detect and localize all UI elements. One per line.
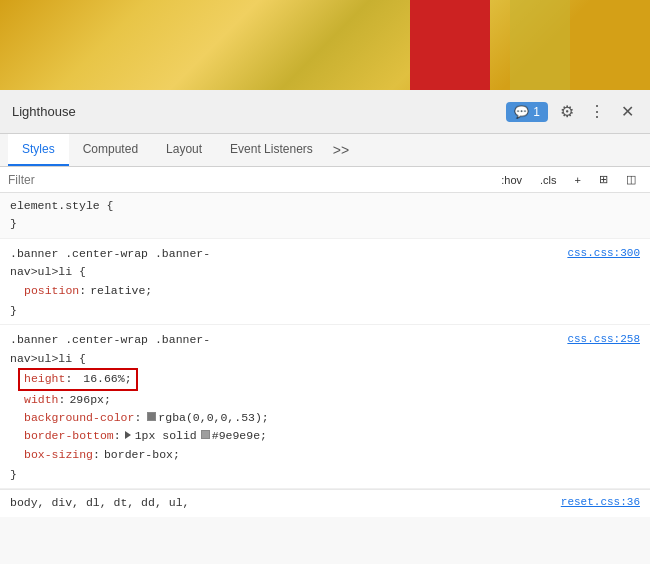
prop-height-value: 16.66%; — [83, 372, 131, 385]
title-bar-actions: 💬 1 ⚙ ⋮ ✕ — [506, 101, 638, 123]
chat-icon: 💬 — [514, 105, 529, 119]
settings-button[interactable]: ⚙ — [556, 101, 578, 123]
prop-position: position: relative; — [24, 282, 640, 300]
title-bar: Lighthouse 💬 1 ⚙ ⋮ ✕ — [0, 90, 650, 134]
devtools-panel: Lighthouse 💬 1 ⚙ ⋮ ✕ Styles Computed Lay… — [0, 90, 650, 517]
collapse-button[interactable]: ◫ — [620, 171, 642, 188]
tab-event-listeners[interactable]: Event Listeners — [216, 134, 327, 166]
filter-input[interactable] — [8, 173, 489, 187]
css-panel: element.style { } .banner .center-wrap .… — [0, 193, 650, 517]
prop-position-name: position — [24, 282, 79, 300]
rule-258-body: height: 16.66%; width: 296px; background… — [0, 368, 650, 466]
element-style-close-brace: } — [10, 217, 17, 230]
prop-height: height: 16.66%; — [24, 368, 640, 390]
element-style-rule: element.style { } — [0, 193, 650, 239]
cls-button[interactable]: .cls — [534, 172, 563, 188]
tab-styles[interactable]: Styles — [8, 134, 69, 166]
css-rule-258: .banner .center-wrap .banner-nav>ul>li {… — [0, 325, 650, 489]
tabs-row: Styles Computed Layout Event Listeners >… — [0, 134, 650, 167]
hov-button[interactable]: :hov — [495, 172, 528, 188]
rule-300-header: .banner .center-wrap .banner-nav>ul>li {… — [0, 243, 650, 282]
prop-width-name: width — [24, 391, 59, 409]
prop-box-sizing: box-sizing: border-box; — [24, 446, 640, 464]
rule-300-body: position: relative; — [0, 282, 650, 302]
chat-badge[interactable]: 💬 1 — [506, 102, 548, 122]
rule-258-selector: .banner .center-wrap .banner-nav>ul>li { — [10, 331, 210, 368]
prop-background-color: background-color: rgba(0,0,0,.53); — [24, 409, 640, 427]
prop-bg-color-name: background-color — [24, 409, 134, 427]
border-color-swatch[interactable] — [201, 430, 210, 439]
rule-300-selector: .banner .center-wrap .banner-nav>ul>li { — [10, 245, 210, 282]
panel-title: Lighthouse — [12, 104, 506, 119]
more-button[interactable]: ⋮ — [586, 101, 608, 123]
prop-border-value: 1px solid — [135, 427, 197, 445]
bg-color-swatch[interactable] — [147, 412, 156, 421]
prop-border-name: border-bottom — [24, 427, 114, 445]
banner-image — [0, 0, 650, 90]
prop-border-color-value: #9e9e9e; — [212, 427, 267, 445]
css-rule-300: .banner .center-wrap .banner-nav>ul>li {… — [0, 239, 650, 326]
add-rule-button[interactable]: + — [569, 172, 587, 188]
prop-border-bottom: border-bottom: 1px solid #9e9e9e; — [24, 427, 640, 445]
prop-width: width: 296px; — [24, 391, 640, 409]
prop-height-name: height — [24, 372, 65, 385]
tabs-more-button[interactable]: >> — [327, 134, 355, 166]
tab-computed[interactable]: Computed — [69, 134, 152, 166]
rule-258-source[interactable]: css.css:258 — [567, 331, 640, 368]
chat-count: 1 — [533, 105, 540, 119]
border-triangle-icon — [125, 431, 131, 439]
prop-box-sizing-value: border-box; — [104, 446, 180, 464]
bottom-rule: body, div, dl, dt, dd, ul, reset.css:36 — [0, 489, 650, 516]
close-button[interactable]: ✕ — [616, 101, 638, 123]
rule-300-source[interactable]: css.css:300 — [567, 245, 640, 282]
filter-bar: :hov .cls + ⊞ ◫ — [0, 167, 650, 193]
bottom-selector-text: body, div, dl, dt, dd, ul, — [10, 494, 189, 512]
prop-bg-color-value: rgba(0,0,0,.53); — [158, 409, 268, 427]
height-highlight-box: height: 16.66%; — [18, 368, 138, 390]
toggle-device-button[interactable]: ⊞ — [593, 171, 614, 188]
rule-258-close-brace: } — [0, 466, 650, 484]
tab-layout[interactable]: Layout — [152, 134, 216, 166]
rule-258-header: .banner .center-wrap .banner-nav>ul>li {… — [0, 329, 650, 368]
prop-width-value: 296px; — [69, 391, 110, 409]
element-style-selector: element.style { — [10, 199, 114, 212]
prop-position-value: relative; — [90, 282, 152, 300]
bottom-selector-source[interactable]: reset.css:36 — [561, 494, 640, 512]
prop-box-sizing-name: box-sizing — [24, 446, 93, 464]
rule-300-close-brace: } — [0, 302, 650, 320]
bottom-rule-row: body, div, dl, dt, dd, ul, reset.css:36 — [10, 494, 640, 512]
